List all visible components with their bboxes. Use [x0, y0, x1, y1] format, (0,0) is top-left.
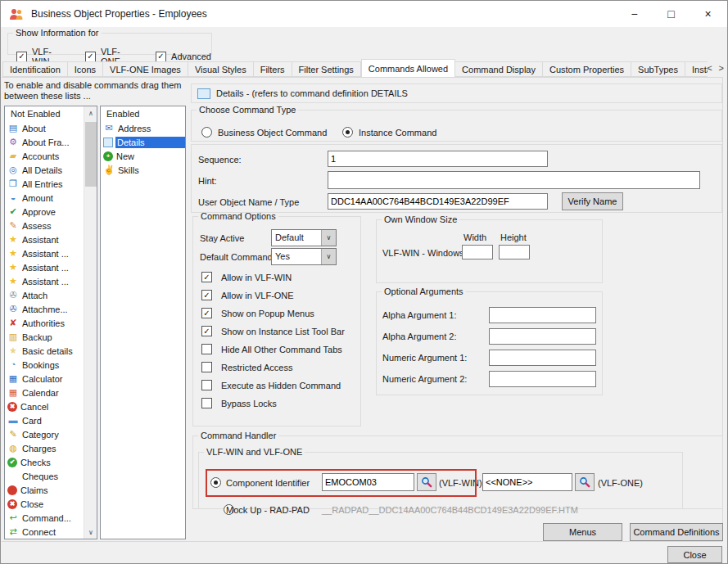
checkbox-box: ✓: [201, 272, 212, 282]
list-item-all-details[interactable]: ◎All Details: [5, 163, 83, 177]
maximize-button[interactable]: □: [653, 1, 690, 26]
list-item-cancel[interactable]: ✖Cancel: [5, 399, 83, 413]
hint-input[interactable]: [328, 171, 700, 189]
list-item-basic-details[interactable]: ★Basic details: [5, 344, 83, 358]
vlf-one-search-button[interactable]: [575, 473, 595, 491]
list-item-connect[interactable]: ⇄Connect: [5, 525, 83, 539]
width-input[interactable]: [462, 245, 493, 259]
tab-visual-styles[interactable]: Visual Styles: [188, 61, 254, 77]
list-item-assistant[interactable]: ★Assistant ...: [5, 260, 83, 274]
checkbox-restricted-access[interactable]: Restricted Access: [201, 362, 345, 372]
list-item-close[interactable]: ✖Close: [5, 497, 83, 511]
checkbox-show-on-popup-menus[interactable]: ✓Show on Popup Menus: [201, 308, 345, 318]
tab-scroll-right-icon[interactable]: >: [719, 63, 724, 73]
stay-active-dropdown[interactable]: Default ∨: [271, 229, 337, 246]
checkbox-allow-in-vlf-one[interactable]: ✓Allow in VLF-ONE: [201, 290, 345, 300]
list-item-bookings[interactable]: ◔Bookings: [5, 358, 83, 372]
mock-up-rad-pad-label: Mock Up - RAD-PAD: [226, 505, 310, 515]
tab-scroll-left-icon[interactable]: <: [707, 63, 712, 73]
list-item-about[interactable]: ▤About: [5, 121, 83, 135]
cross-icon: ✘: [7, 318, 19, 328]
tab-icons[interactable]: Icons: [68, 61, 103, 77]
list-item-about-fra[interactable]: ⚙About Fra...: [5, 135, 83, 149]
tab-identification[interactable]: Identification: [2, 61, 68, 77]
checkbox-label: Show on Popup Menus: [221, 309, 314, 318]
radio-business-object-command[interactable]: Business Object Command: [201, 127, 327, 138]
list-item-calculator[interactable]: ▦Calculator: [5, 372, 83, 386]
magnifier-icon: [579, 476, 590, 488]
list-item-label: Attach: [21, 291, 47, 300]
tab-custom-properties[interactable]: Custom Properties: [543, 61, 631, 77]
scrollbar-up-icon[interactable]: ∧: [84, 106, 97, 120]
tab-commands-allowed[interactable]: Commands Allowed: [361, 59, 455, 77]
list-item-skills[interactable]: ✌Skills: [101, 163, 185, 177]
titlebar-close-button[interactable]: ×: [690, 1, 726, 26]
list-item-label: Assistant: [21, 235, 59, 245]
checkbox-show-on-instance-list-tool-bar[interactable]: ✓Show on Instance List Tool Bar: [201, 326, 345, 336]
numeric-argument-2-input[interactable]: [489, 371, 596, 387]
list-item-attach[interactable]: ✇Attach: [5, 288, 83, 302]
alpha-argument-1-input[interactable]: [489, 307, 596, 323]
scrollbar[interactable]: ∧ ∨: [84, 106, 97, 539]
list-item-address[interactable]: ✉Address: [101, 121, 185, 135]
pencil-icon: ✎: [7, 221, 19, 231]
verify-name-button[interactable]: Verify Name: [562, 192, 623, 210]
default-command-dropdown[interactable]: Yes ∨: [271, 248, 337, 265]
tab-filter-settings[interactable]: Filter Settings: [292, 61, 361, 77]
user-object-name-input[interactable]: [328, 193, 548, 210]
radio-instance-command[interactable]: Instance Command: [342, 127, 436, 138]
list-item-command[interactable]: ↩Command...: [5, 511, 83, 525]
list-item-amount[interactable]: ◒Amount: [5, 191, 83, 205]
list-item-new[interactable]: +New: [101, 149, 185, 163]
tab-filters[interactable]: Filters: [254, 61, 292, 77]
tab-subtypes[interactable]: SubTypes: [631, 61, 685, 77]
tab-vlf-one-images[interactable]: VLF-ONE Images: [103, 61, 188, 77]
list-item-card[interactable]: ▬Card: [5, 413, 83, 427]
component-identifier-vlf-one-input[interactable]: [482, 473, 572, 491]
checkbox-allow-in-vlf-win[interactable]: ✓Allow in VLF-WIN: [201, 272, 345, 282]
list-item-all-entries[interactable]: ❐All Entries: [5, 177, 83, 191]
chevron-down-icon[interactable]: ∨: [321, 230, 336, 246]
tab-scroll-arrows: < >: [707, 63, 724, 73]
vlf-win-and-vlf-one-legend: VLF-WIN and VLF-ONE: [204, 447, 305, 457]
list-item-accounts[interactable]: ▰Accounts: [5, 149, 83, 163]
numeric-argument-1-input[interactable]: [489, 350, 596, 366]
checkbox-box: ✓: [201, 308, 212, 318]
close-button[interactable]: Close: [667, 546, 722, 563]
minimize-button[interactable]: −: [616, 1, 653, 26]
list-item-category[interactable]: ✎Category: [5, 427, 83, 441]
menus-button[interactable]: Menus: [543, 523, 622, 541]
star-icon: ★: [7, 263, 19, 273]
list-item-details[interactable]: Details: [101, 135, 185, 149]
scrollbar-thumb[interactable]: [85, 122, 97, 187]
sequence-input[interactable]: [328, 151, 548, 167]
scrollbar-down-icon[interactable]: ∨: [84, 526, 97, 539]
list-item-approve[interactable]: ✔Approve: [5, 205, 83, 219]
height-input[interactable]: [499, 245, 530, 259]
list-item-backup[interactable]: ▥Backup: [5, 330, 83, 344]
alpha-argument-2-input[interactable]: [489, 328, 596, 345]
checkbox-execute-as-hidden-command[interactable]: Execute as Hidden Command: [201, 380, 345, 390]
tab-instance-list-re[interactable]: Instance List / Re: [685, 61, 708, 77]
list-item-assistant[interactable]: ★Assistant ...: [5, 274, 83, 288]
list-item-authorities[interactable]: ✘Authorities: [5, 316, 83, 330]
list-item-claims[interactable]: Claims: [5, 483, 83, 497]
list-item-charges[interactable]: ◍Charges: [5, 441, 83, 455]
chevron-down-icon[interactable]: ∨: [321, 249, 336, 264]
checkbox-bypass-locks[interactable]: Bypass Locks: [201, 398, 345, 408]
checkbox-label: Execute as Hidden Command: [221, 381, 341, 390]
list-item-checks[interactable]: ✔Checks: [5, 455, 83, 469]
list-item-assistant[interactable]: ★Assistant: [5, 232, 83, 246]
command-definitions-button[interactable]: Command Definitions: [630, 523, 723, 541]
clock-icon: ◔: [7, 360, 19, 370]
list-item-assess[interactable]: ✎Assess: [5, 219, 83, 232]
list-item-calendar[interactable]: ▦Calendar: [5, 386, 83, 399]
not-enabled-list: ∧ ∨ Not Enabled▤About⚙About Fra...▰Accou…: [4, 106, 97, 539]
checkbox-hide-all-other-command-tabs[interactable]: Hide All Other Command Tabs: [201, 344, 345, 354]
sequence-label: Sequence:: [198, 155, 242, 165]
list-item-attachme[interactable]: ✇Attachme...: [5, 302, 83, 316]
tab-command-display[interactable]: Command Display: [455, 61, 543, 77]
list-item-cheques[interactable]: Cheques: [5, 469, 83, 483]
list-item-label: Assistant ...: [21, 277, 69, 287]
list-item-assistant[interactable]: ★Assistant ...: [5, 246, 83, 260]
